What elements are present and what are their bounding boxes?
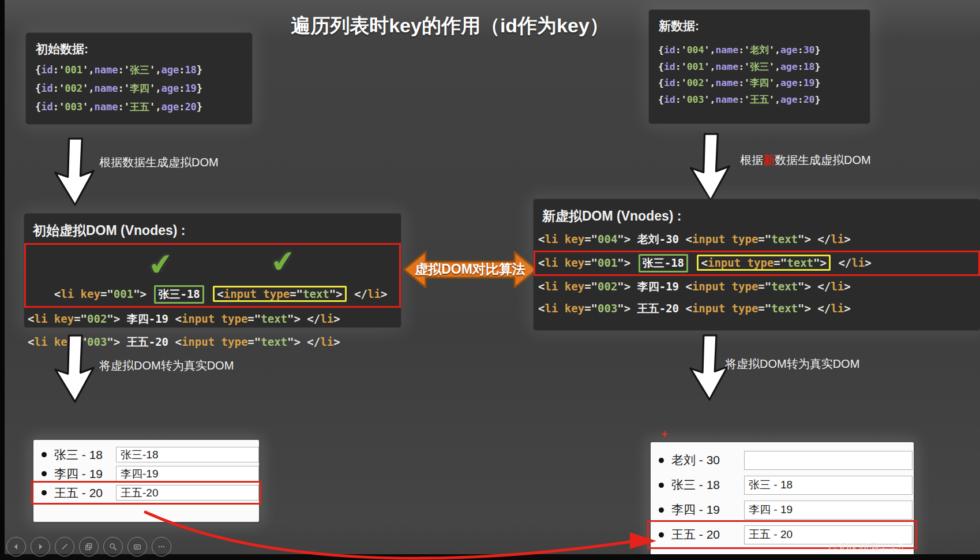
down-arrow-icon <box>53 136 97 208</box>
page-title: 遍历列表时key的作用（id作为key） <box>248 13 652 39</box>
red-annotation-mark: + <box>661 428 668 440</box>
bullet-icon <box>659 458 664 463</box>
pen-icon <box>60 542 69 551</box>
convert-real-dom-label: 将虚拟DOM转为真实DOM <box>99 358 234 374</box>
vnode-row-001: <li key="001"> 张三-18 <input type="text">… <box>534 251 980 276</box>
bullet-icon <box>659 483 664 488</box>
next-slide-button[interactable] <box>31 537 50 557</box>
text-input[interactable] <box>116 466 259 481</box>
generate-new-vdom-label: 根据新数据生成虚拟DOM <box>740 152 871 168</box>
code-line: {id:'003',name:'王五',age:20} <box>35 98 252 116</box>
convert-real-dom-label: 将虚拟DOM转为真实DOM <box>725 356 859 372</box>
bullet-icon <box>42 490 47 495</box>
display-icon <box>133 542 142 551</box>
code-line: {id:'002',name:'李四',age:19} <box>658 75 870 92</box>
list-item-label: 王五 - 20 <box>54 485 116 501</box>
new-vnodes-title: 新虚拟DOM (Vnodes) : <box>542 207 980 225</box>
watermark: CSDN @懒羊羊▯ <box>828 540 904 554</box>
presentation-controls <box>6 537 171 557</box>
list-item-label: 张三 - 18 <box>671 477 744 493</box>
display-settings-button[interactable] <box>127 537 147 557</box>
slide-panels-icon <box>84 542 93 551</box>
initial-vnodes-box: 初始虚拟DOM (Vnodes) : ✔ ✔ <li key="001"> 张三… <box>24 214 401 327</box>
list-item-label: 李四 - 19 <box>54 466 116 482</box>
code-line: {id:'004',name:'老刘',age:30} <box>658 42 870 59</box>
list-item-label: 老刘 - 30 <box>671 452 744 468</box>
initial-data-code: {id:'001',name:'张三',age:18} {id:'002',na… <box>35 61 252 116</box>
letterbox-left <box>0 0 5 560</box>
real-dom-panel-new: 老刘 - 30 张三 - 18 李四 - 19 王五 - 20 <box>651 442 914 556</box>
bullet-icon <box>659 532 664 537</box>
text-input[interactable] <box>744 451 913 470</box>
initial-data-box: 初始数据: {id:'001',name:'张三',age:18} {id:'0… <box>26 33 252 124</box>
check-icon: ✔ <box>147 248 175 281</box>
bullet-icon <box>42 471 47 476</box>
pen-button[interactable] <box>55 537 74 557</box>
vnode-row-001: ✔ ✔ <li key="001"> 张三-18 <input type="te… <box>24 243 401 308</box>
list-item: 老刘 - 30 <box>651 449 914 471</box>
vnode-row-004: <li key="004"> 老刘-30 <input type="text">… <box>534 229 980 251</box>
previous-icon <box>12 542 21 551</box>
initial-data-title: 初始数据: <box>36 41 252 57</box>
text-input[interactable] <box>744 476 913 495</box>
more-options-button[interactable] <box>152 537 171 557</box>
initial-vnodes-title: 初始虚拟DOM (Vnodes) : <box>33 222 401 240</box>
text-input[interactable] <box>116 485 259 501</box>
label-part: 根据 <box>740 154 763 166</box>
down-arrow-icon <box>689 132 733 203</box>
down-arrow-icon <box>53 334 97 404</box>
zoom-button[interactable] <box>103 537 123 557</box>
vnode-row-003: <li key="003"> 王五-20 <input type="text">… <box>534 298 980 320</box>
check-icon: ✔ <box>269 245 297 278</box>
new-data-code: {id:'004',name:'老刘',age:30} {id:'001',na… <box>658 42 870 108</box>
more-icon <box>157 542 166 551</box>
list-item-label: 张三 - 18 <box>54 447 116 463</box>
next-icon <box>36 542 45 551</box>
diff-algorithm-arrow: 虚拟DOM对比算法 <box>402 246 538 294</box>
code-line: {id:'002',name:'李四',age:19} <box>35 79 252 98</box>
vnode-row-002: <li key="002"> 李四-19 <input type="text">… <box>24 308 401 331</box>
bullet-icon <box>42 452 47 457</box>
diff-algorithm-label: 虚拟DOM对比算法 <box>402 246 538 292</box>
label-part: 数据生成虚拟DOM <box>775 154 871 166</box>
new-vnodes-box: 新虚拟DOM (Vnodes) : <li key="004"> 老刘-30 <… <box>534 199 980 330</box>
previous-slide-button[interactable] <box>6 537 26 557</box>
real-dom-panel-initial: 张三 - 18 李四 - 19 王五 - 20 <box>33 440 259 522</box>
bullet-icon <box>659 507 664 513</box>
list-item-highlighted: 王五 - 20 <box>33 483 259 502</box>
vnode-row-002: <li key="002"> 李四-19 <input type="text">… <box>534 276 980 298</box>
new-data-title: 新数据: <box>659 18 870 34</box>
generate-vdom-label: 根据数据生成虚拟DOM <box>99 155 219 170</box>
magnifier-icon <box>108 542 118 551</box>
code-line: {id:'001',name:'张三',age:18} <box>658 59 870 76</box>
code-line: {id:'001',name:'张三',age:18} <box>35 61 252 79</box>
list-item-label: 王五 - 20 <box>671 527 744 543</box>
new-data-box: 新数据: {id:'004',name:'老刘',age:30} {id:'00… <box>649 10 870 124</box>
list-item: 李四 - 19 <box>651 499 914 521</box>
slide-panels-button[interactable] <box>79 537 99 557</box>
list-item: 张三 - 18 <box>33 445 259 464</box>
list-item-label: 李四 - 19 <box>671 502 744 518</box>
text-input[interactable] <box>744 501 913 520</box>
slide: 遍历列表时key的作用（id作为key） 初始数据: {id:'001',nam… <box>0 0 980 560</box>
label-part-highlight: 新 <box>763 154 775 166</box>
code-line: {id:'003',name:'王五',age:20} <box>658 92 870 109</box>
text-input[interactable] <box>116 447 259 462</box>
list-item: 张三 - 18 <box>651 474 914 496</box>
list-item: 李四 - 19 <box>33 464 259 483</box>
